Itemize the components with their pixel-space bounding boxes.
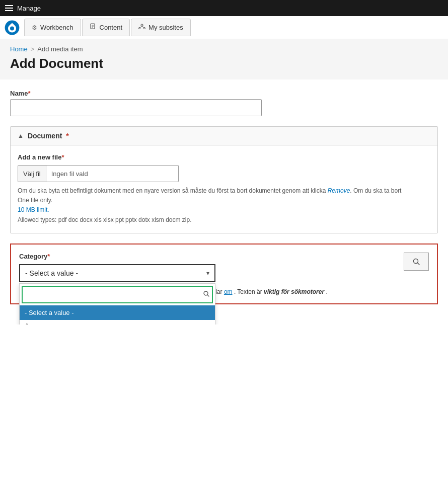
file-upload-wrapper: Välj fil Ingen fil vald — [18, 165, 430, 182]
dropdown-selected-value: - Select a value - — [25, 269, 78, 277]
drupal-logo — [4, 20, 20, 36]
nav-bar: ⚙ Workbench Content — [0, 16, 448, 39]
file-upload-label: Add a new file* — [18, 153, 430, 161]
svg-line-9 — [139, 26, 142, 28]
dropdown-list: - Select a value - Årsredovisningar Styr… — [20, 305, 215, 324]
tab-mysubsites-label: My subsites — [148, 24, 183, 31]
manage-label: Manage — [17, 5, 41, 12]
nav-tabs: ⚙ Workbench Content — [24, 19, 191, 36]
tags-search-button[interactable] — [404, 253, 429, 271]
tab-mysubsites[interactable]: My subsites — [131, 19, 191, 36]
file-size-limit: 10 MB limit. — [18, 206, 49, 213]
dropdown-search-icon — [203, 290, 210, 299]
dropdown-search-wrapper — [22, 286, 213, 303]
summary-link[interactable]: om — [224, 288, 233, 295]
top-bar: Manage — [0, 0, 448, 16]
document-legend-label: Document — [28, 132, 62, 140]
name-required: * — [28, 90, 30, 97]
svg-line-10 — [142, 26, 144, 28]
tab-content-label: Content — [100, 24, 123, 31]
hamburger-menu[interactable] — [5, 5, 13, 11]
file-info: Om du ska byta ett befintligt dokument m… — [18, 186, 430, 225]
document-fieldset-body: Add a new file* Välj fil Ingen fil vald … — [11, 145, 437, 233]
manage-section: Manage — [5, 5, 41, 12]
file-allowed-types: Allowed types: pdf doc docx xls xlsx ppt… — [18, 215, 430, 225]
breadcrumb-current: Add media item — [37, 45, 83, 53]
breadcrumb-separator: > — [31, 45, 35, 53]
workbench-icon: ⚙ — [32, 24, 37, 31]
choose-file-button[interactable]: Välj fil — [18, 166, 46, 182]
category-dropdown-wrapper: - Select a value - ▾ - Se — [19, 264, 215, 282]
category-dropdown-trigger[interactable]: - Select a value - ▾ — [19, 264, 215, 282]
breadcrumb: Home > Add media item — [10, 45, 438, 53]
breadcrumb-area: Home > Add media item — [0, 39, 448, 53]
tab-workbench[interactable]: ⚙ Workbench — [24, 19, 81, 36]
page-header: Add Document — [0, 53, 448, 79]
tab-workbench-label: Workbench — [40, 24, 73, 31]
collapse-icon: ▲ — [18, 132, 24, 139]
breadcrumb-home[interactable]: Home — [10, 45, 28, 53]
content-icon — [90, 23, 97, 32]
search-icon — [412, 258, 420, 266]
category-required: * — [47, 253, 50, 260]
category-label: Category* — [19, 253, 429, 260]
dropdown-item-arsredovisningar[interactable]: Årsredovisningar — [20, 320, 215, 324]
document-fieldset: ▲ Document* Add a new file* Välj fil Ing… — [10, 126, 438, 233]
document-legend[interactable]: ▲ Document* — [11, 127, 437, 145]
dropdown-item-select[interactable]: - Select a value - — [20, 305, 215, 320]
file-name-display: Ingen fil vald — [46, 167, 93, 181]
main-content: Name* ▲ Document* Add a new file* Välj f… — [0, 79, 448, 324]
category-dropdown-panel: - Select a value - Årsredovisningar Styr… — [19, 283, 215, 324]
name-label: Name* — [10, 90, 438, 97]
category-section: Category* - Select a value - ▾ — [10, 243, 438, 304]
dropdown-arrow-icon: ▾ — [206, 270, 209, 277]
svg-line-12 — [418, 263, 420, 265]
mysubsites-icon — [138, 23, 145, 32]
svg-point-6 — [141, 24, 143, 26]
page-title: Add Document — [10, 56, 438, 71]
document-required: * — [66, 132, 68, 140]
file-info-line1: Om du ska byta ett befintligt dokument m… — [18, 186, 430, 196]
svg-line-14 — [207, 295, 209, 296]
tab-content[interactable]: Content — [82, 19, 130, 36]
summary-emphasis: viktig för sökmotorer — [264, 288, 324, 295]
name-input[interactable] — [10, 99, 262, 116]
name-field-group: Name* — [10, 90, 438, 116]
dropdown-search-input[interactable] — [25, 289, 203, 300]
svg-point-1 — [10, 26, 14, 30]
file-input-display: Välj fil Ingen fil vald — [18, 165, 179, 182]
file-info-line2: One file only. — [18, 196, 430, 205]
